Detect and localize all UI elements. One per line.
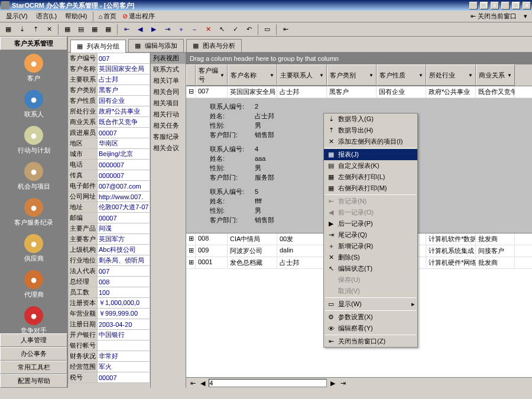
dropdown-icon[interactable]: ▼ [419, 73, 423, 78]
inner-restore-button[interactable]: ❐ [512, 2, 520, 9]
nav-header[interactable]: 客户关系管理 [0, 37, 67, 50]
tool-3[interactable]: ⇡ [30, 24, 41, 35]
sb-last[interactable]: ⇥ [339, 379, 347, 387]
nav-save[interactable]: ✓ [229, 24, 241, 35]
home-button[interactable]: ⌂首页 [96, 11, 119, 21]
prop-row[interactable]: 跟进雇员00007 [69, 128, 150, 138]
ctx-item-19[interactable]: ▭显示(W)▸ [324, 299, 417, 310]
sb-prev[interactable]: ◀ [199, 379, 207, 387]
tool-report[interactable]: ▦ [61, 24, 73, 35]
nav-item-4[interactable]: ●客户服务纪录 [0, 194, 67, 231]
dropdown-icon[interactable]: ▼ [220, 73, 225, 78]
prop-row[interactable]: 所处行业政府*公共事业 [69, 106, 150, 117]
tree-item-2[interactable]: 相关合同 [151, 86, 186, 98]
prop-row[interactable]: 税号00007 [69, 372, 150, 383]
tree-item-7[interactable]: 相关会议 [151, 142, 186, 154]
nav-bottom-0[interactable]: 人事管理 [0, 333, 67, 347]
ctx-item-2[interactable]: ✕添加左侧列表的项目(I) [324, 136, 417, 147]
prop-row[interactable]: 地区华南区 [69, 138, 150, 149]
tool-print-l[interactable]: ▦ [89, 24, 100, 35]
inner-minimize-button[interactable]: _ [501, 2, 510, 9]
tool-print-r[interactable]: ▦ [102, 24, 114, 35]
nav-cancel[interactable]: ↶ [243, 24, 255, 35]
nav-delete[interactable]: ✕ [202, 24, 214, 35]
tool-2[interactable]: ⇣ [16, 24, 28, 35]
nav-bottom-1[interactable]: 办公事务 [0, 347, 67, 361]
nav-item-0[interactable]: ●客户 [0, 50, 67, 86]
expand-toggle[interactable]: ⊟ [186, 86, 196, 98]
dropdown-icon[interactable]: ▼ [369, 73, 374, 78]
nav-first[interactable]: ⇤ [121, 24, 132, 35]
prop-row[interactable]: 经营范围军火 [69, 362, 150, 372]
sb-first[interactable]: ⇤ [189, 379, 197, 387]
tool-custom[interactable]: ▤ [75, 24, 87, 35]
menu-display[interactable]: 显示(V) [2, 11, 31, 22]
nav-prev[interactable]: ◀ [134, 24, 146, 35]
prop-row[interactable]: 财务状况非常好 [69, 351, 150, 362]
prop-row[interactable]: 客户性质国有企业 [69, 96, 150, 106]
prop-row[interactable]: 客户名称英国国家安全局 [69, 64, 150, 74]
menu-help[interactable]: 帮助(H) [61, 11, 90, 22]
close-current-window-button[interactable]: ⇤ 关闭当前窗口 [467, 11, 520, 22]
prop-row[interactable]: 客户编号007 [69, 53, 150, 64]
ctx-item-15[interactable]: ↖编辑状态(T) [324, 263, 417, 274]
col-header-4[interactable]: 客户性质▼ [377, 64, 426, 86]
ctx-item-6[interactable]: ▦左侧列表打印(L) [324, 171, 417, 183]
tab-0[interactable]: ▦列表与分组 [70, 40, 126, 53]
ctx-item-14[interactable]: ✕删除(S) [324, 252, 417, 263]
ctx-item-24[interactable]: ⇤关闭当前窗口(Z) [324, 336, 417, 347]
restore-button[interactable]: ❐ [480, 2, 488, 9]
ctx-item-12[interactable]: ⇥尾记录(Q) [324, 229, 417, 241]
nav-item-1[interactable]: ●联系人 [0, 86, 67, 122]
nav-add[interactable]: ＋ [175, 24, 187, 35]
prop-row[interactable]: 电子邮件007@007.com [69, 181, 150, 192]
prop-row[interactable]: 邮编00007 [69, 213, 150, 223]
tree-item-4[interactable]: 相关行动 [151, 109, 186, 120]
dropdown-icon[interactable]: ▼ [507, 73, 512, 78]
exit-button[interactable]: ⊘退出程序 [120, 11, 157, 21]
expand-toggle[interactable]: ⊞ [186, 245, 196, 257]
prop-row[interactable]: 注册资本￥1,000,000,0 [69, 298, 150, 309]
ctx-item-13[interactable]: ＋新增记录(R) [324, 241, 417, 252]
dropdown-icon[interactable]: ▼ [270, 73, 274, 78]
group-hint[interactable]: Drag a column header here to group by th… [186, 53, 532, 64]
ctx-item-22[interactable]: 👁编辑察看(Y) [324, 323, 417, 334]
col-header-1[interactable]: 客户名称▼ [228, 64, 277, 86]
prop-row[interactable]: 注册日期2003-04-20 [69, 319, 150, 330]
col-header-3[interactable]: 客户类别▼ [327, 64, 377, 86]
ctx-item-4[interactable]: ▦报表(J) [324, 149, 417, 160]
prop-row[interactable]: 银行帐号 [69, 340, 150, 351]
prop-row[interactable]: 地址伦敦007大道7-07 [69, 202, 150, 213]
dropdown-icon[interactable]: ▼ [468, 73, 473, 78]
ctx-item-21[interactable]: ⚙参数设置(X) [324, 312, 417, 323]
nav-bottom-3[interactable]: 配置与帮助 [0, 374, 67, 388]
expand-toggle[interactable]: ⊞ [186, 233, 196, 245]
prop-row[interactable]: 客户类别黑客户 [69, 85, 150, 96]
dropdown-icon[interactable]: ▼ [319, 73, 324, 78]
prop-row[interactable]: 公司网址http://www.007. [69, 192, 150, 202]
col-header-2[interactable]: 主要联系人▼ [277, 64, 327, 86]
table-row[interactable]: ⊟007英国国家安全局占士邦黑客户国有企业政府*公共事业既合作又竞争 [186, 86, 532, 98]
prop-row[interactable]: 电话0000007 [69, 160, 150, 170]
prop-row[interactable]: 上级机构Abc科技公司 [69, 245, 150, 255]
prop-row[interactable]: 行业地位刺杀局、侦听局 [69, 255, 150, 266]
sb-record-input[interactable] [209, 379, 327, 387]
prop-row[interactable]: 主要客户英国军方 [69, 234, 150, 245]
tree-item-1[interactable]: 相关订单 [151, 75, 186, 86]
prop-row[interactable]: 城市Beijing/北京 [69, 149, 150, 160]
ctx-item-7[interactable]: ▦右侧列表打印(M) [324, 183, 417, 194]
tree-item-0[interactable]: 联系方式 [151, 64, 186, 75]
close-button[interactable]: × [491, 2, 499, 9]
nav-item-6[interactable]: ●代理商 [0, 267, 67, 303]
col-header-0[interactable]: 客户编号▼ [196, 64, 228, 86]
inner-close-button[interactable]: × [523, 2, 531, 9]
col-header-6[interactable]: 商业关系▼ [476, 64, 515, 86]
tool-1[interactable]: ▦ [2, 24, 14, 35]
prop-row[interactable]: 主要产品间谍 [69, 223, 150, 234]
menu-language[interactable]: 语言(L) [33, 11, 60, 22]
nav-item-5[interactable]: ●供应商 [0, 231, 67, 267]
col-header-5[interactable]: 所处行业▼ [426, 64, 476, 86]
ctx-item-5[interactable]: ▤自定义报表(K) [324, 160, 417, 171]
nav-last[interactable]: ⇥ [161, 24, 173, 35]
prop-row[interactable]: 开户银行中国银行 [69, 330, 150, 340]
